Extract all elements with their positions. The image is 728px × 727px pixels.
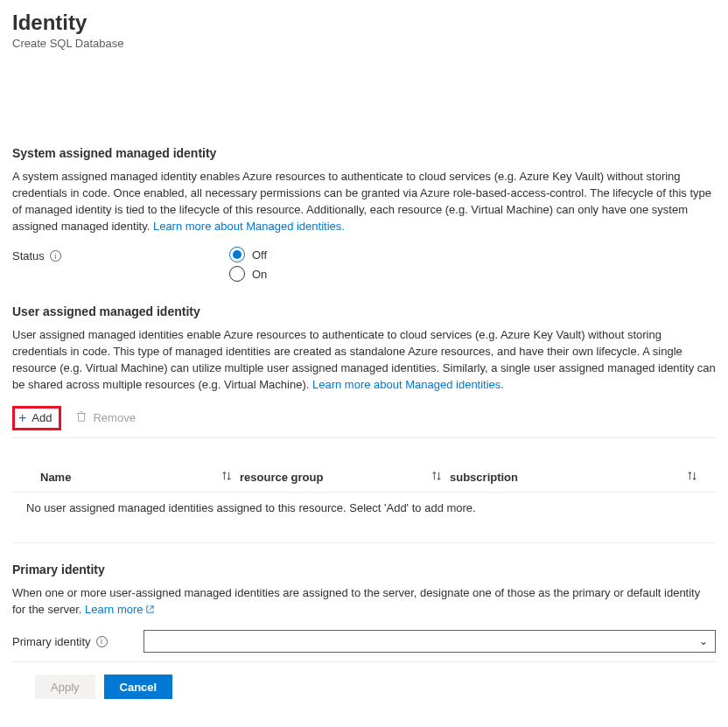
plus-icon: + xyxy=(18,411,26,425)
primary-identity-dropdown[interactable]: ⌄ xyxy=(144,630,716,653)
table-empty-message: No user assigned managed identities assi… xyxy=(12,493,716,523)
divider xyxy=(12,542,716,543)
page-title: Identity xyxy=(12,10,716,35)
radio-icon xyxy=(229,266,245,282)
status-label: Status xyxy=(12,249,45,262)
radio-icon xyxy=(229,247,245,262)
svg-rect-0 xyxy=(79,414,85,422)
primary-identity-label: Primary identity xyxy=(12,635,91,648)
system-identity-description: A system assigned managed identity enabl… xyxy=(12,169,716,234)
add-button[interactable]: + Add xyxy=(12,406,61,430)
primary-identity-description: When one or more user-assigned managed i… xyxy=(12,585,716,619)
identity-table-header: Name resource group subscription xyxy=(12,463,716,493)
remove-button: Remove xyxy=(75,410,135,425)
column-name: Name xyxy=(40,471,71,484)
cancel-button[interactable]: Cancel xyxy=(104,675,173,699)
info-icon[interactable]: i xyxy=(96,636,108,647)
primary-learn-more-link[interactable]: Learn more xyxy=(85,603,154,616)
status-on-option[interactable]: On xyxy=(229,266,267,282)
user-identity-description: User assigned managed identities enable … xyxy=(12,327,716,393)
sort-icon[interactable] xyxy=(686,470,698,485)
column-subscription: subscription xyxy=(450,471,518,484)
page-subtitle: Create SQL Database xyxy=(12,37,716,50)
info-icon[interactable]: i xyxy=(50,250,61,262)
sort-icon[interactable] xyxy=(430,470,443,485)
external-link-icon xyxy=(145,603,155,612)
trash-icon xyxy=(75,410,88,425)
column-resource-group: resource group xyxy=(240,471,323,484)
status-radio-group: Off On xyxy=(229,247,267,282)
apply-button: Apply xyxy=(35,675,95,699)
user-identity-heading: User assigned managed identity xyxy=(12,304,716,318)
chevron-down-icon: ⌄ xyxy=(699,635,708,647)
status-off-option[interactable]: Off xyxy=(229,247,267,262)
system-identity-heading: System assigned managed identity xyxy=(12,146,716,160)
user-learn-more-link[interactable]: Learn more about Managed identities. xyxy=(312,378,504,391)
sort-icon[interactable] xyxy=(220,470,233,485)
system-learn-more-link[interactable]: Learn more about Managed identities. xyxy=(153,220,345,233)
primary-identity-heading: Primary identity xyxy=(12,563,716,577)
